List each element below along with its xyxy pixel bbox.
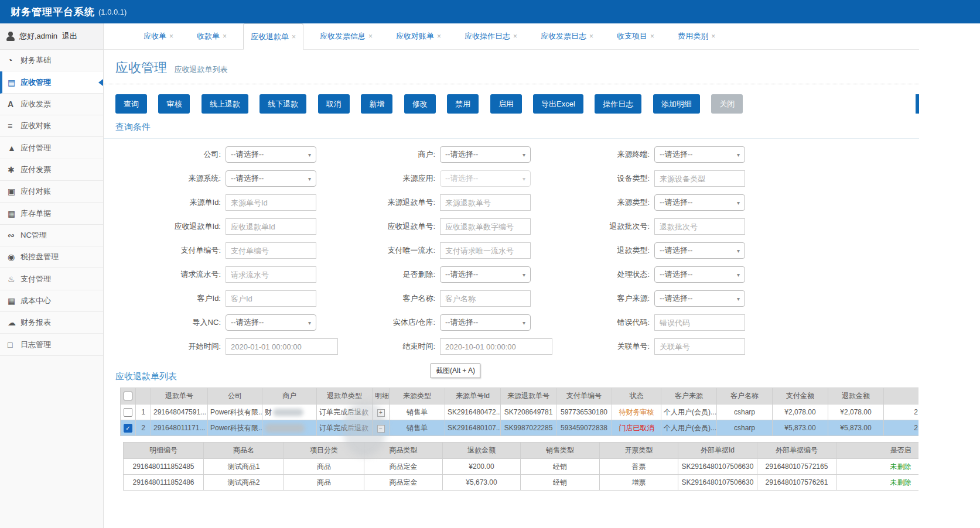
source-terminal-select[interactable]: --请选择--▾ bbox=[654, 146, 745, 163]
tab-receivable[interactable]: 应收单× bbox=[136, 23, 180, 49]
audit-button[interactable]: 审核 bbox=[158, 94, 190, 114]
table-row-selected[interactable]: ✓ 2 291648011171... Power科技有限... 订单完成后退款… bbox=[121, 420, 919, 436]
filter-field: 客户Id: bbox=[115, 290, 330, 307]
merchant-filter-select[interactable]: --请选择--▾ bbox=[440, 146, 531, 163]
start-time-input[interactable] bbox=[226, 338, 338, 355]
close-button[interactable]: 关闭 bbox=[711, 94, 743, 114]
row-checkbox[interactable]: ✓ bbox=[124, 424, 132, 433]
sidebar-item-receivable-invoice[interactable]: A应收发票 bbox=[0, 94, 103, 115]
sidebar-item-log-mgmt[interactable]: □日志管理 bbox=[0, 334, 103, 355]
close-icon[interactable]: × bbox=[650, 32, 654, 40]
pay-no-input[interactable] bbox=[226, 242, 316, 259]
dcol-detail-no: 明细编号 bbox=[124, 443, 204, 459]
refund-type-select[interactable]: --请选择--▾ bbox=[654, 242, 745, 259]
sidebar-item-finance-report[interactable]: ☁财务报表 bbox=[0, 312, 103, 334]
is-deleted-select[interactable]: --请选择--▾ bbox=[440, 266, 531, 283]
close-icon[interactable]: × bbox=[589, 32, 593, 40]
sidebar-item-receivable-mgmt[interactable]: ▤应收管理 bbox=[0, 71, 103, 93]
sidebar-item-payable-recon[interactable]: ▣应付对账 bbox=[0, 181, 103, 203]
sidebar: 您好,admin 退出 ◔财务基础 ▤应收管理 A应收发票 ≡应收对账 ▲应付管… bbox=[0, 23, 104, 528]
tab-receivable-invoice-info[interactable]: 应收发票信息× bbox=[313, 23, 380, 49]
add-button[interactable]: 新增 bbox=[361, 94, 392, 114]
dashboard-icon: ◔ bbox=[8, 56, 21, 65]
close-icon[interactable]: × bbox=[368, 32, 373, 40]
refund-batch-input[interactable] bbox=[654, 218, 745, 235]
refund-no-input[interactable] bbox=[440, 218, 531, 235]
disable-button[interactable]: 禁用 bbox=[447, 94, 479, 114]
source-type-select[interactable]: --请选择--▾ bbox=[654, 194, 745, 211]
query-button[interactable]: 查询 bbox=[115, 94, 147, 114]
tab-receivable-invoice-log[interactable]: 应收发票日志× bbox=[534, 23, 600, 49]
offline-refund-button[interactable]: 线下退款 bbox=[259, 94, 306, 114]
chevron-down-icon: ▾ bbox=[523, 320, 525, 326]
sidebar-item-receivable-recon[interactable]: ≡应收对账 bbox=[0, 115, 103, 137]
add-detail-button[interactable]: 添加明细 bbox=[653, 94, 700, 114]
close-icon[interactable]: × bbox=[711, 32, 715, 40]
source-system-select[interactable]: --请选择--▾ bbox=[226, 170, 316, 187]
customer-name-input[interactable] bbox=[440, 290, 531, 307]
cancel-button[interactable]: 取消 bbox=[318, 94, 350, 114]
tab-receipt[interactable]: 收款单× bbox=[190, 23, 234, 49]
logout-link[interactable]: 退出 bbox=[62, 31, 77, 42]
edit-button[interactable]: 修改 bbox=[404, 94, 436, 114]
close-icon[interactable]: × bbox=[292, 33, 296, 41]
request-serial-input[interactable] bbox=[226, 266, 316, 283]
import-nc-select[interactable]: --请选择--▾ bbox=[226, 314, 316, 331]
chevron-down-icon: ▾ bbox=[737, 152, 740, 158]
online-refund-button[interactable]: 线上退款 bbox=[202, 94, 248, 114]
source-order-id-input[interactable] bbox=[226, 194, 316, 211]
sidebar-item-payable-mgmt[interactable]: ▲应付管理 bbox=[0, 137, 103, 159]
store-warehouse-select[interactable]: --请选择--▾ bbox=[440, 314, 531, 331]
end-time-input[interactable] bbox=[440, 338, 552, 355]
sidebar-item-finance-base[interactable]: ◔财务基础 bbox=[0, 50, 103, 71]
filter-label: 来源应用: bbox=[330, 173, 435, 184]
merchant-text: 财 bbox=[265, 408, 272, 416]
sidebar-item-cost-center[interactable]: ▦成本中心 bbox=[0, 290, 103, 312]
tab-income-expense-item[interactable]: 收支项目× bbox=[610, 23, 661, 49]
dcol-product-type: 商品类型 bbox=[364, 443, 443, 459]
select-all-checkbox[interactable] bbox=[124, 392, 132, 400]
tab-receivable-statement[interactable]: 应收对账单× bbox=[389, 23, 448, 49]
close-icon[interactable]: × bbox=[437, 32, 441, 40]
op-log-button[interactable]: 操作日志 bbox=[595, 94, 641, 114]
pay-serial-input[interactable] bbox=[440, 242, 531, 259]
close-icon[interactable]: × bbox=[513, 32, 517, 40]
select-value: --请选择-- bbox=[660, 149, 692, 160]
close-icon[interactable]: × bbox=[169, 32, 173, 40]
select-value: --请选择-- bbox=[231, 317, 264, 328]
company-filter-select[interactable]: --请选择--▾ bbox=[226, 146, 316, 163]
table-row[interactable]: 1 291648047591... Power科技有限... 财 订单完成后退款… bbox=[121, 404, 919, 420]
detail-row[interactable]: 2916480111852486 测试商品2 商品 商品定金 ¥5,673.00… bbox=[124, 475, 919, 491]
list-icon: ≡ bbox=[8, 121, 21, 131]
sidebar-item-payment-mgmt[interactable]: ♨支付管理 bbox=[0, 268, 103, 290]
process-status-select[interactable]: --请选择--▾ bbox=[654, 266, 745, 283]
filter-label: 错误代码: bbox=[544, 317, 650, 328]
expand-icon[interactable]: + bbox=[377, 409, 385, 417]
filter-field: 开始时间: bbox=[115, 338, 330, 355]
tab-receivable-op-log[interactable]: 应收操作日志× bbox=[457, 23, 524, 49]
dcol-external-id: 外部单据Id bbox=[678, 443, 757, 459]
tab-receivable-refund[interactable]: 应收退款单× bbox=[243, 23, 303, 50]
customer-source-select[interactable]: --请选择--▾ bbox=[654, 290, 745, 307]
dcell-invoice-type: 增票 bbox=[600, 475, 678, 491]
export-excel-button[interactable]: 导出Excel bbox=[533, 94, 583, 114]
refund-id-input[interactable] bbox=[226, 218, 316, 235]
sidebar-item-payable-invoice[interactable]: ✱应付发票 bbox=[0, 159, 103, 181]
collapse-icon[interactable]: − bbox=[377, 425, 385, 433]
sidebar-item-inventory-doc[interactable]: ▦库存单据 bbox=[0, 203, 103, 224]
row-checkbox[interactable] bbox=[124, 408, 132, 417]
sidebar-item-nc-mgmt[interactable]: ∾NC管理 bbox=[0, 225, 103, 246]
close-icon[interactable]: × bbox=[223, 32, 227, 40]
tab-expense-category[interactable]: 费用类别× bbox=[671, 23, 722, 49]
detail-row[interactable]: 2916480111852485 测试商品1 商品 商品定金 ¥200.00 经… bbox=[124, 459, 919, 475]
clipped-button[interactable] bbox=[916, 94, 919, 114]
source-refund-no-input[interactable] bbox=[440, 194, 531, 211]
error-code-input[interactable] bbox=[654, 314, 745, 331]
cell-pay-no: 597736530180 bbox=[556, 404, 612, 420]
related-no-input[interactable] bbox=[654, 338, 745, 355]
dcol-sale-type: 销售类型 bbox=[521, 443, 600, 459]
customer-id-input[interactable] bbox=[226, 290, 316, 307]
sidebar-item-tax-disk-mgmt[interactable]: ◉税控盘管理 bbox=[0, 246, 103, 268]
device-type-input[interactable] bbox=[654, 170, 745, 187]
enable-button[interactable]: 启用 bbox=[490, 94, 522, 114]
